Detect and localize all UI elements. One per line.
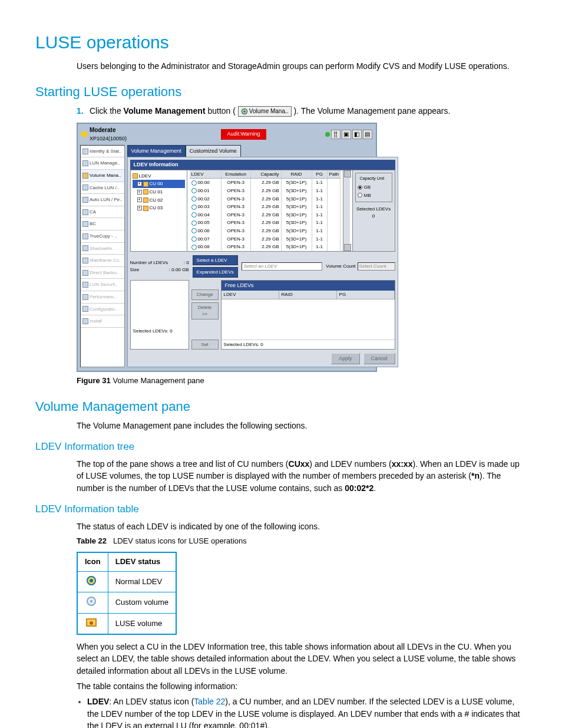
col-header-icon: Icon (77, 552, 108, 571)
table-row[interactable]: 00:02OPEN-32.29 GB5(3D+1P)1-1 (190, 195, 340, 203)
sidebar-item[interactable]: TrueCopy - .. (81, 230, 124, 243)
set-button[interactable]: Set (191, 340, 219, 350)
vertical-scrollbar[interactable] (343, 170, 350, 251)
sidebar-item[interactable]: LUN Manage.. (81, 157, 124, 170)
col-header-status: LDEV status (108, 552, 176, 571)
table-row[interactable]: 00:04OPEN-32.29 GB5(3D+1P)1-1 (190, 211, 340, 219)
tree-item[interactable]: +CU 02 (133, 196, 185, 205)
table-row[interactable]: 00:03OPEN-32.29 GB5(3D+1P)1-1 (190, 203, 340, 211)
xref-table-22[interactable]: Table 22 (194, 697, 225, 706)
tree-root-label: LDEV (139, 173, 151, 180)
expand-icon[interactable]: + (137, 206, 142, 210)
sidebar-item[interactable]: Performanc.. (81, 291, 124, 304)
col-ldev: LDEV (222, 291, 279, 299)
selected-ldevs-value: 0 (355, 213, 392, 220)
table-row[interactable]: 00:00OPEN-32.29 GB5(3D+1P)1-1 (190, 179, 340, 187)
table-row[interactable]: 00:05OPEN-32.29 GB5(3D+1P)1-1 (190, 219, 340, 227)
table-row[interactable]: 00:08OPEN-32.29 GB5(3D+1P)1-1 (190, 243, 340, 251)
table-row[interactable]: 00:06OPEN-32.29 GB5(3D+1P)1-1 (190, 227, 340, 235)
heading-ldev-info-table: LDEV Information table (35, 502, 527, 517)
num-ldevs-label: Number of LDEVs (130, 259, 168, 266)
col-pg: PG (337, 291, 395, 299)
sidebar-icon (82, 149, 88, 154)
col-capacity: Capacity (251, 170, 282, 179)
sidebar-item[interactable]: LUN Securit.. (81, 279, 124, 291)
dialog-footer-buttons: Apply Cancel (130, 353, 395, 364)
col-raid: RAID (279, 291, 337, 299)
expanded-ldevs-pane[interactable]: Selected LDEVs: 0 (130, 280, 189, 350)
tab-volume-management[interactable]: Volume Management (127, 145, 186, 157)
sidebar-item[interactable]: ShadowIm.. (81, 243, 124, 255)
volume-count-label: Volume Count (326, 263, 355, 270)
ldev-status-table: Icon LDEV status Normal LDEV Custom volu… (77, 552, 177, 635)
delete-button[interactable]: Delete >> (191, 302, 219, 319)
table-row: Custom volume (77, 592, 176, 614)
sidebar-icon (82, 306, 88, 312)
sidebar-item[interactable]: Install (81, 315, 124, 328)
tree-paragraph: The top of the pane shows a tree and lis… (77, 458, 527, 494)
sidebar-item[interactable]: Auto LUN / Pe.. (81, 194, 124, 206)
sidebar-label: Identity & Stat.. (90, 148, 121, 155)
free-ldevs-pane[interactable]: Free LDEVs LDEV RAID PG Selected LDEVs: … (221, 280, 395, 350)
toolbar-icon-3[interactable]: ◧ (352, 130, 362, 139)
capacity-unit-legend: Capacity Unit (359, 176, 386, 182)
audit-warning-badge: Audit:Warning (221, 129, 266, 139)
select-ldev-field[interactable]: Select an LDEV (242, 262, 323, 271)
ldev-tree[interactable]: LDEV +CU 00+CU 01+CU 02+CU 03 (131, 170, 187, 251)
connection-status-icon (325, 132, 330, 137)
toolbar-icon-1[interactable]: ⣿ (331, 130, 340, 139)
sidebar-item[interactable]: Volume Mana.. (81, 170, 124, 182)
figure-caption: Figure 31 Volume Management pane (77, 375, 527, 387)
after-table-p2: The table contains the following informa… (77, 680, 527, 692)
change-button[interactable]: Change (191, 289, 219, 300)
tree-item[interactable]: +CU 00 (133, 180, 185, 188)
ldev-table[interactable]: LDEV Emulation Capacity RAID PG Path 00:… (190, 170, 340, 251)
text-bold: 00:02*2 (345, 483, 373, 493)
table-row[interactable]: 00:01OPEN-32.29 GB5(3D+1P)1-1 (190, 187, 340, 195)
expanded-ldevs-button[interactable]: Expanded LDEVs (193, 267, 238, 278)
volume-count-select[interactable]: Select Count (358, 262, 395, 271)
toolbar-icon-4[interactable]: ▤ (363, 130, 372, 139)
tree-item-label: CU 03 (150, 205, 163, 212)
title-line1: Moderate (90, 126, 127, 135)
sidebar-item[interactable]: Direct Backu.. (81, 267, 124, 279)
tree-item-label: CU 02 (150, 197, 163, 204)
text: ). The Volume Management pane appears. (293, 106, 450, 116)
sidebar-item[interactable]: Cache LUN /.. (81, 182, 124, 195)
sidebar-item[interactable]: Configuratio.. (81, 304, 124, 316)
sidebar-item[interactable]: Mainframe Co.. (81, 255, 124, 267)
sidebar-item[interactable]: Identity & Stat.. (81, 146, 124, 158)
text: ) and LDEV numbers ( (309, 459, 391, 469)
tree-item[interactable]: +CU 01 (133, 188, 185, 196)
tree-item[interactable]: +CU 03 (133, 204, 185, 212)
sidebar-icon (82, 185, 88, 190)
normal-ldev-icon (85, 575, 98, 586)
text: The top of the pane shows a tree and lis… (77, 459, 289, 469)
cancel-button[interactable]: Cancel (363, 353, 395, 364)
select-ldev-button[interactable]: Select a LDEV (193, 255, 238, 266)
expand-icon[interactable]: + (137, 182, 142, 186)
expand-icon[interactable]: + (137, 190, 142, 195)
folder-icon (143, 182, 148, 187)
toolbar-icon-2[interactable]: ▣ (342, 130, 351, 139)
sidebar-icon (82, 270, 88, 276)
tab-customized-volume[interactable]: Customized Volume (186, 145, 241, 157)
sidebar-item[interactable]: BC (81, 218, 124, 230)
figure-label: Figure 31 (77, 376, 111, 385)
folder-icon (143, 206, 148, 211)
radio-mb[interactable]: MB (358, 192, 390, 199)
lower-panels: Selected LDEVs: 0 Change Delete >> Set F… (130, 280, 395, 350)
ldev-status-icon (191, 245, 197, 250)
sidebar-label: ShadowIm.. (90, 245, 114, 252)
ldev-status-icon (191, 228, 197, 233)
text-bold: LDEV (87, 697, 109, 706)
sidebar-item[interactable]: CA (81, 206, 124, 219)
apply-button[interactable]: Apply (331, 353, 360, 364)
radio-icon (358, 193, 362, 197)
text: . (373, 483, 376, 493)
table-row[interactable]: 00:07OPEN-32.29 GB5(3D+1P)1-1 (190, 235, 340, 243)
radio-gb[interactable]: GB (358, 184, 390, 191)
list-item: LDEV: An LDEV status icon (Table 22), a … (87, 696, 527, 728)
expand-icon[interactable]: + (137, 197, 142, 202)
col-ldev: LDEV (190, 170, 222, 179)
